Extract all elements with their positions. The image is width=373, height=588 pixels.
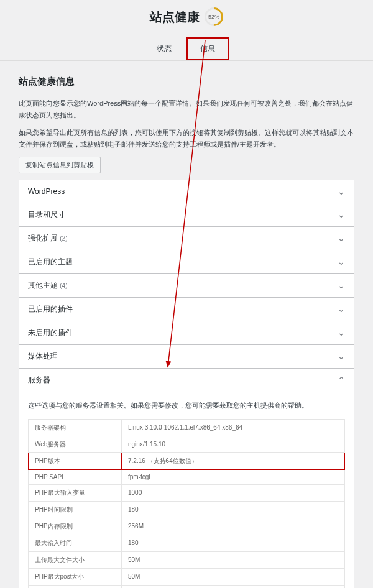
accordion-label: 其他主题 (4)	[28, 280, 68, 291]
accordion-active-plugins[interactable]: 已启用的插件 ⌄	[19, 297, 354, 321]
accordion-label: 强化扩展 (2)	[28, 233, 68, 244]
row-value: 7.64.1 OpenSSL/1.0.2r	[122, 585, 345, 588]
accordion-label: 已启用的插件	[28, 304, 73, 315]
accordion-inactive-plugins[interactable]: 未启用的插件 ⌄	[19, 321, 354, 345]
server-body: 这些选项与您的服务器设置相关。如果您需要修改，您可能需要获取您的主机提供商的帮助…	[19, 392, 354, 588]
table-row: PHP SAPIfpm-fcgi	[29, 469, 345, 484]
copy-info-button[interactable]: 复制站点信息到剪贴板	[19, 157, 101, 173]
accordion-label: 目录和尺寸	[28, 209, 65, 220]
table-row: PHP时间限制180	[29, 501, 345, 518]
row-label: 最大输入时间	[29, 535, 122, 551]
tab-status[interactable]: 状态	[144, 39, 184, 59]
health-score-badge: 52%	[201, 4, 227, 30]
desc-1: 此页面能向您显示您的WordPress网站的每一个配置详情。如果我们发现任何可被…	[19, 98, 354, 121]
chevron-down-icon: ⌄	[338, 351, 345, 361]
row-value: 256M	[122, 518, 345, 535]
row-label: PHP内存限制	[29, 518, 122, 535]
accordion-server[interactable]: 服务器 ⌄ 这些选项与您的服务器设置相关。如果您需要修改，您可能需要获取您的主机…	[19, 368, 354, 588]
accordion-ext[interactable]: 强化扩展 (2) ⌄	[19, 226, 354, 250]
row-label: PHP最大post大小	[29, 568, 122, 585]
row-value: 50M	[122, 551, 345, 568]
table-row: cURL版本7.64.1 OpenSSL/1.0.2r	[29, 585, 345, 588]
accordion-label: 未启用的插件	[28, 328, 73, 338]
row-value: Linux 3.10.0-1062.1.1.el7.x86_64 x86_64	[122, 419, 345, 436]
table-row: 最大输入时间180	[29, 535, 345, 551]
accordion-active-theme[interactable]: 已启用的主题 ⌄	[19, 250, 354, 274]
table-row: PHP最大post大小50M	[29, 568, 345, 585]
chevron-down-icon: ⌄	[338, 209, 345, 219]
chevron-down-icon: ⌄	[338, 233, 345, 243]
accordion-other-themes[interactable]: 其他主题 (4) ⌄	[19, 273, 354, 298]
accordion-wordpress[interactable]: WordPress ⌄	[19, 180, 354, 203]
table-row: Web服务器nginx/1.15.10	[29, 436, 345, 452]
accordion-media[interactable]: 媒体处理 ⌄	[19, 344, 354, 369]
accordion-dirs[interactable]: 目录和尺寸 ⌄	[19, 203, 354, 227]
row-label: PHP SAPI	[29, 469, 122, 484]
row-label: PHP最大输入变量	[29, 484, 122, 501]
accordion-label: 媒体处理	[28, 351, 58, 362]
server-note: 这些选项与您的服务器设置相关。如果您需要修改，您可能需要获取您的主机提供商的帮助…	[28, 401, 345, 410]
accordion-label: WordPress	[28, 187, 65, 196]
row-label: PHP版本	[29, 452, 122, 469]
accordion-label: 已启用的主题	[28, 257, 73, 267]
server-info-table: 服务器架构Linux 3.10.0-1062.1.1.el7.x86_64 x8…	[28, 419, 345, 588]
row-value: fpm-fcgi	[122, 469, 345, 484]
tabs-nav: 状态 信息	[0, 37, 373, 61]
content-heading: 站点健康信息	[19, 76, 354, 88]
row-value: 180	[122, 501, 345, 518]
row-label: 服务器架构	[29, 419, 122, 436]
chevron-down-icon: ⌄	[338, 257, 345, 267]
tab-info[interactable]: 信息	[186, 37, 229, 60]
table-row: PHP内存限制256M	[29, 518, 345, 535]
row-label: PHP时间限制	[29, 501, 122, 518]
row-value: 1000	[122, 484, 345, 501]
chevron-down-icon: ⌄	[338, 280, 345, 290]
page-title: 站点健康 52%	[150, 7, 223, 26]
row-value: nginx/1.15.10	[122, 436, 345, 452]
table-row: PHP最大输入变量1000	[29, 484, 345, 501]
chevron-down-icon: ⌄	[338, 186, 345, 196]
table-row: PHP版本7.2.16 （支持64位数值）	[29, 452, 345, 469]
desc-2: 如果您希望导出此页所有信息的列表，您可以使用下方的按钮将其复制到剪贴板。这样您就…	[19, 127, 354, 150]
table-row: 服务器架构Linux 3.10.0-1062.1.1.el7.x86_64 x8…	[29, 419, 345, 436]
chevron-down-icon: ⌄	[338, 304, 345, 314]
content-area: 站点健康信息 此页面能向您显示您的WordPress网站的每一个配置详情。如果我…	[0, 61, 373, 588]
page-header: 站点健康 52% 状态 信息	[0, 0, 373, 61]
row-label: Web服务器	[29, 436, 122, 452]
chevron-up-icon: ⌄	[338, 375, 345, 385]
table-row: 上传最大文件大小50M	[29, 551, 345, 568]
row-value: 7.2.16 （支持64位数值）	[122, 452, 345, 469]
row-label: cURL版本	[29, 585, 122, 588]
row-value: 180	[122, 535, 345, 551]
accordion-label: 服务器	[28, 375, 50, 385]
row-label: 上传最大文件大小	[29, 551, 122, 568]
chevron-down-icon: ⌄	[338, 328, 345, 338]
row-value: 50M	[122, 568, 345, 585]
